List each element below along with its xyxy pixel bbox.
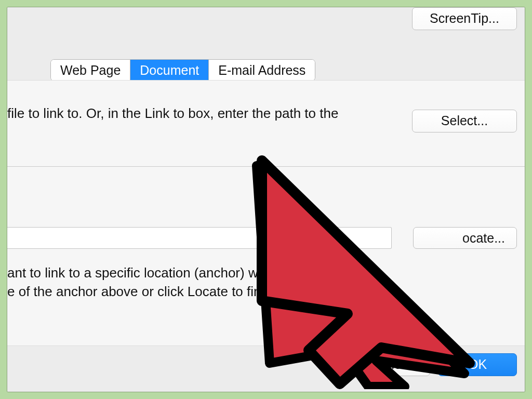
tab-label: E-mail Address (218, 63, 305, 78)
tab-document[interactable]: Document (130, 60, 209, 81)
ok-button[interactable]: OK (438, 353, 517, 376)
page-framing-border: ScreenTip... Web Page Document E-mail Ad… (0, 0, 532, 399)
dialog-footer: Cancel OK (7, 346, 525, 392)
tab-email-address[interactable]: E-mail Address (209, 60, 315, 81)
link-to-input[interactable] (7, 227, 392, 249)
dialog-window: ScreenTip... Web Page Document E-mail Ad… (7, 7, 525, 392)
tab-web-page[interactable]: Web Page (51, 60, 130, 81)
link-type-tabs: Web Page Document E-mail Address (50, 59, 315, 81)
tab-label: Document (140, 63, 199, 78)
locate-anchor-button[interactable]: ocate... (413, 227, 517, 249)
cancel-button[interactable]: Cancel (351, 353, 430, 376)
anchor-instruction-text: ant to link to a specific location (anch… (7, 263, 265, 301)
screentip-button[interactable]: ScreenTip... (412, 7, 517, 30)
anchor-instruction-line2: e of the anchor above or click Locate to… (7, 284, 261, 299)
section-divider (7, 166, 525, 167)
anchor-instruction-line1: ant to link to a specific location (anch… (7, 265, 265, 281)
select-file-button[interactable]: Select... (412, 110, 517, 132)
dialog-top-area: ScreenTip... Web Page Document E-mail Ad… (7, 7, 525, 80)
panel-inner: file to link to. Or, in the Link to box,… (7, 81, 525, 345)
dialog-body-panel: file to link to. Or, in the Link to box,… (7, 80, 525, 346)
tab-label: Web Page (60, 63, 121, 78)
link-to-instruction-text: file to link to. Or, in the Link to box,… (7, 105, 338, 122)
